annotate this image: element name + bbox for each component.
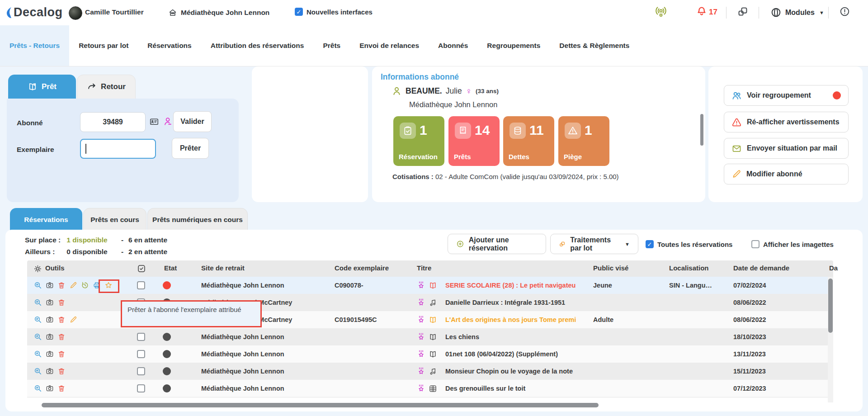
row-checkbox[interactable]: [137, 384, 145, 392]
action-label: Modifier abonné: [746, 170, 802, 178]
tool-camera-icon[interactable]: [46, 298, 54, 307]
tool-trash-icon[interactable]: [57, 298, 66, 307]
subscriber-first-name: Julie: [446, 86, 462, 96]
tool-pencil-icon[interactable]: [69, 316, 77, 324]
cell-title[interactable]: Monsieur Chopin ou le voyage de la note: [445, 363, 597, 380]
modules-menu[interactable]: Modules ▼: [770, 7, 824, 18]
filter-1[interactable]: Afficher les imagettes: [751, 240, 834, 248]
user-avatar[interactable]: [69, 6, 82, 20]
cell-title[interactable]: 01net 108 (06/04/2022) (Supplément): [445, 345, 597, 363]
tool-search-icon[interactable]: [34, 333, 42, 341]
stat-card-réservation[interactable]: 1 Réservation: [393, 116, 444, 166]
table-row[interactable]: Médiathèque John Lennon 01net 108 (06/04…: [27, 345, 828, 363]
tool-search-icon[interactable]: [34, 384, 42, 392]
action-button-3[interactable]: Modifier abonné: [724, 164, 849, 184]
nav-item-6[interactable]: Abonnés: [429, 25, 477, 66]
tool-camera-icon[interactable]: [46, 367, 54, 375]
nav-item-2[interactable]: Réservations: [138, 25, 201, 66]
cell-title[interactable]: L'Art des origines à nos jours Tome prem…: [445, 311, 597, 328]
res-tab-2[interactable]: Prêts numériques en cours: [147, 208, 248, 232]
add-reservation-button[interactable]: Ajouter une réservation: [448, 234, 546, 254]
nav-item-5[interactable]: Envoi de relances: [350, 25, 429, 66]
cell-date: 07/12/2023: [733, 380, 766, 397]
col-titre: Titre: [417, 264, 431, 272]
cell-date: 07/02/2024: [733, 277, 766, 294]
tool-search-icon[interactable]: [34, 367, 42, 375]
table-row[interactable]: Médiathèque John Lennon Les chiens 18/10…: [27, 328, 828, 346]
tool-search-icon[interactable]: [34, 350, 42, 358]
nav-item-0[interactable]: Prêts - Retours: [0, 25, 69, 66]
nav-item-4[interactable]: Prêts: [313, 25, 350, 66]
info-icon[interactable]: [839, 6, 850, 17]
exemplaire-input[interactable]: [80, 139, 156, 159]
nav-item-1[interactable]: Retours par lot: [69, 25, 138, 66]
stat-card-piège[interactable]: 1 Piège: [558, 116, 609, 166]
tab-retour[interactable]: Retour: [77, 75, 136, 99]
filter-checkbox[interactable]: ✓: [646, 240, 654, 248]
reservation-star-icon: [417, 281, 425, 290]
tool-camera-icon[interactable]: [46, 281, 54, 289]
row-tools: [34, 345, 66, 363]
linked-records-icon[interactable]: [737, 6, 749, 18]
tool-trash-icon[interactable]: [57, 316, 66, 324]
action-button-2[interactable]: Envoyer situation par mail: [724, 138, 849, 159]
table-horizontal-scrollbar-thumb[interactable]: [42, 403, 599, 407]
action-button-0[interactable]: Voir regroupement: [724, 85, 849, 106]
tool-trash-icon[interactable]: [57, 333, 66, 341]
new-interfaces-checkbox[interactable]: ✓: [295, 8, 303, 16]
new-interfaces-toggle[interactable]: ✓ Nouvelles interfaces: [295, 8, 373, 16]
filter-0[interactable]: ✓ Toutes les réservations: [646, 240, 732, 248]
abonne-input[interactable]: 39489: [80, 112, 146, 132]
res-tab-1[interactable]: Prêts en cours: [83, 208, 146, 232]
batch-actions-button[interactable]: Traitements par lot ▼: [550, 234, 638, 254]
row-checkbox[interactable]: [137, 333, 145, 341]
action-button-1[interactable]: Ré-afficher avertissements: [724, 112, 849, 132]
row-checkbox[interactable]: [137, 367, 145, 375]
table-vertical-scrollbar-thumb[interactable]: [828, 279, 833, 333]
tool-trash-icon[interactable]: [57, 384, 66, 392]
library-building-icon: [168, 8, 177, 17]
stat-card-dettes[interactable]: 11 Dettes: [503, 116, 554, 166]
tool-camera-icon[interactable]: [46, 316, 54, 324]
preter-button[interactable]: Prêter: [172, 138, 209, 159]
tool-pencil-icon[interactable]: [69, 281, 77, 289]
rfid-reader-icon[interactable]: [655, 5, 667, 18]
tool-search-icon[interactable]: [34, 316, 42, 324]
tool-search-icon[interactable]: [34, 281, 42, 289]
cell-title[interactable]: Des grenouilles sur le toit: [445, 380, 597, 397]
tool-camera-icon[interactable]: [46, 350, 54, 358]
tool-trash-icon[interactable]: [57, 367, 66, 375]
row-checkbox[interactable]: [137, 350, 145, 358]
stat-card-prêts[interactable]: 14 Prêts: [448, 116, 500, 166]
res-tab-0[interactable]: Réservations: [10, 208, 82, 232]
cell-title[interactable]: Les chiens: [445, 328, 597, 345]
table-row[interactable]: Médiathèque John Lennon Monsieur Chopin …: [27, 363, 828, 380]
tooltip-preter-exemplaire: Prêter à l'abonné l'exemplaire attribué: [121, 300, 262, 327]
filter-checkbox[interactable]: [751, 240, 760, 248]
cell-title[interactable]: SERIE SCOLAIRE (28) : Le petit navigateu: [445, 277, 597, 294]
gear-icon[interactable]: [33, 264, 42, 273]
select-all-icon[interactable]: [137, 264, 146, 273]
tool-search-icon[interactable]: [34, 298, 42, 307]
row-checkbox[interactable]: [137, 281, 145, 289]
nav-item-7[interactable]: Regroupements: [477, 25, 550, 66]
tool-trash-icon[interactable]: [57, 350, 66, 358]
cell-title[interactable]: Danielle Darrieux : Intégrale 1931-1951: [445, 294, 597, 311]
info-panel-scrollbar[interactable]: [700, 114, 703, 146]
notification-count-badge[interactable]: 17: [709, 8, 717, 17]
table-row[interactable]: Médiathèque John Lennon Des grenouilles …: [27, 380, 828, 397]
cell-code: [335, 294, 411, 311]
notifications-bell-icon[interactable]: [696, 6, 707, 17]
nav-item-3[interactable]: Attribution des réservations: [201, 25, 314, 66]
tool-camera-icon[interactable]: [46, 333, 54, 341]
tool-history-icon[interactable]: [81, 281, 89, 289]
valider-button[interactable]: Valider: [173, 111, 212, 132]
subscriber-photo-card: [252, 66, 368, 202]
id-card-icon[interactable]: [149, 117, 159, 127]
person-minus-icon[interactable]: [162, 116, 173, 127]
tool-camera-icon[interactable]: [46, 384, 54, 392]
tool-trash-icon[interactable]: [57, 281, 66, 289]
table-row[interactable]: Médiathèque John Lennon C090078- SERIE S…: [27, 277, 828, 294]
nav-item-8[interactable]: Dettes & Règlements: [550, 25, 639, 66]
tab-pret[interactable]: Prêt: [8, 75, 76, 99]
